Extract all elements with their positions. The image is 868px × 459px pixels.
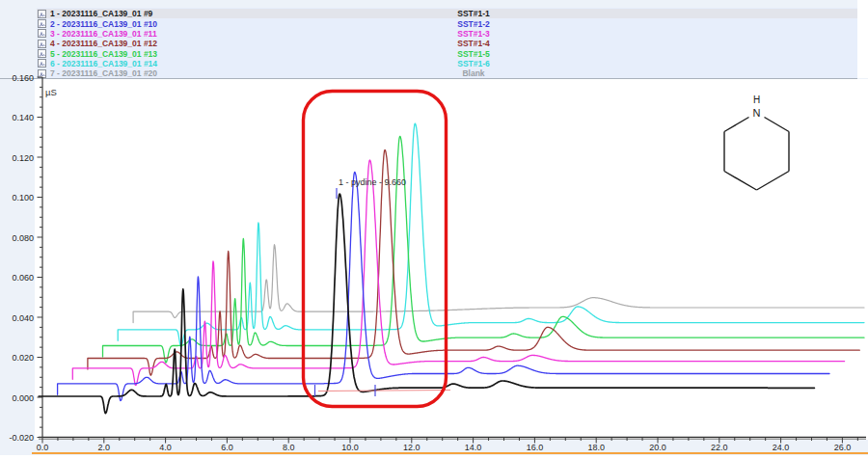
- integration-baseline: [318, 391, 450, 392]
- peak-annotation-label: 1 - pydine - 9.660: [339, 177, 406, 187]
- chromatogram-trace-6[interactable]: [118, 123, 864, 346]
- piperidine-structure: NH: [724, 94, 789, 190]
- nitrogen-atom-label: N: [753, 107, 761, 119]
- bottom-strip: [0, 455, 868, 459]
- highlight-annotation-box: [304, 92, 447, 407]
- chromatogram-trace-1[interactable]: [39, 194, 814, 414]
- accent-line: [32, 452, 868, 454]
- chromatogram-plot[interactable]: NH: [0, 0, 868, 459]
- hydrogen-atom-label: H: [753, 94, 760, 105]
- chromatography-overlay-window: 1 - 20231116_CA139_01 #9SST#1-12 - 20231…: [0, 0, 868, 459]
